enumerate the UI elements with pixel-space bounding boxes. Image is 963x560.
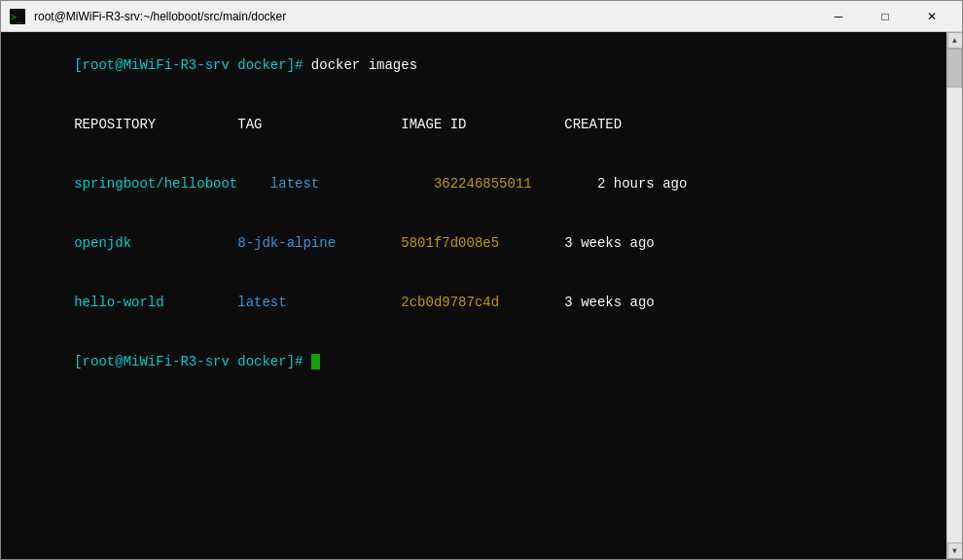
- terminal-body[interactable]: [root@MiWiFi-R3-srv docker]# docker imag…: [1, 32, 962, 559]
- title-bar: >_ root@MiWiFi-R3-srv:~/helloboot/src/ma…: [1, 1, 962, 32]
- minimize-button[interactable]: ─: [816, 2, 861, 31]
- table-row: springboot/helloboot latest 362246855011…: [9, 155, 939, 214]
- scroll-up-button[interactable]: ▲: [947, 32, 963, 49]
- terminal-window: >_ root@MiWiFi-R3-srv:~/helloboot/src/ma…: [0, 0, 963, 560]
- app-icon: >_: [9, 8, 26, 25]
- svg-text:>_: >_: [11, 12, 23, 23]
- command-line: [root@MiWiFi-R3-srv docker]# docker imag…: [9, 36, 939, 95]
- table-row: hello-world latest 2cb0d9787c4d 3 weeks …: [9, 273, 939, 332]
- window-title: root@MiWiFi-R3-srv:~/helloboot/src/main/…: [34, 10, 816, 23]
- table-row: openjdk 8-jdk-alpine 5801f7d008e5 3 week…: [9, 214, 939, 273]
- header-line: REPOSITORY TAG IMAGE ID CREATED: [9, 95, 939, 155]
- maximize-button[interactable]: □: [863, 2, 908, 31]
- window-controls: ─ □ ✕: [816, 2, 954, 31]
- scrollbar-thumb[interactable]: [947, 49, 962, 88]
- scrollbar-vertical[interactable]: ▲ ▼: [946, 32, 962, 559]
- terminal-content[interactable]: [root@MiWiFi-R3-srv docker]# docker imag…: [1, 32, 946, 559]
- cursor: [311, 354, 320, 369]
- close-button[interactable]: ✕: [910, 2, 954, 31]
- scroll-down-button[interactable]: ▼: [947, 542, 963, 559]
- scrollbar-track[interactable]: [947, 49, 962, 542]
- prompt-line: [root@MiWiFi-R3-srv docker]#: [9, 332, 939, 391]
